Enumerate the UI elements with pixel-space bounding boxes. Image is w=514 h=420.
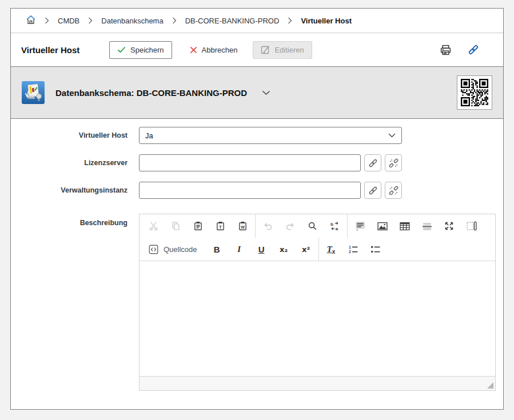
management-instance-link-button[interactable] — [364, 182, 381, 199]
svg-text:a: a — [336, 226, 338, 231]
svg-text:b: b — [330, 222, 333, 227]
horizontal-rule-button[interactable] — [416, 214, 438, 238]
breadcrumb-chevron-icon — [288, 17, 292, 24]
license-server-unlink-button[interactable] — [385, 154, 402, 171]
bulleted-list-button[interactable] — [365, 238, 387, 261]
breadcrumb-home[interactable] — [26, 15, 36, 26]
editor-resize-handle[interactable] — [487, 382, 493, 389]
italic-button[interactable]: I — [228, 238, 250, 261]
show-blocks-icon — [467, 221, 477, 231]
superscript-icon: x² — [302, 245, 310, 254]
editor-status-bar — [140, 376, 495, 390]
source-code-button[interactable]: Quellcode — [142, 238, 204, 261]
license-server-input[interactable] — [139, 154, 361, 171]
link-icon — [368, 158, 378, 168]
source-code-icon — [149, 245, 158, 254]
image-icon — [377, 222, 388, 231]
page-title: Virtueller Host — [21, 45, 89, 55]
subscript-button[interactable]: x₂ — [273, 238, 295, 261]
x-icon — [190, 46, 197, 54]
superscript-button[interactable]: x² — [295, 238, 317, 261]
underline-icon: U — [258, 245, 265, 254]
breadcrumb-item-object[interactable]: DB-CORE-BANKING-PROD — [185, 17, 280, 25]
find-button[interactable] — [301, 214, 324, 238]
svg-text:2: 2 — [349, 250, 351, 254]
breadcrumb-item-datenbankschema[interactable]: Datenbankschema — [101, 17, 163, 25]
paste-text-icon: T — [216, 221, 225, 231]
undo-find-group: b a — [255, 214, 347, 238]
remove-format-button[interactable]: Tx — [320, 238, 342, 261]
maximize-button[interactable] — [438, 214, 460, 238]
cancel-button[interactable]: Abbrechen — [186, 41, 241, 59]
breadcrumb-item-cmdb[interactable]: CMDB — [58, 17, 79, 25]
bold-button[interactable]: B — [206, 238, 228, 261]
cut-button[interactable] — [142, 214, 165, 238]
paste-text-button[interactable]: T — [209, 214, 232, 238]
license-server-link-button[interactable] — [364, 154, 381, 171]
show-blocks-button[interactable] — [460, 214, 483, 238]
virtual-host-select[interactable]: Ja — [139, 127, 402, 144]
cut-icon — [149, 221, 158, 231]
subscript-icon: x₂ — [280, 245, 288, 254]
description-editor-content[interactable] — [140, 261, 495, 376]
chevron-down-icon — [388, 133, 396, 138]
clipboard-group: T W — [141, 214, 255, 238]
paste-button[interactable] — [187, 214, 209, 238]
object-header: Datenbankschema: DB-CORE-BANKING-PROD — [11, 66, 503, 119]
breadcrumb-chevron-icon — [88, 17, 93, 24]
redo-button[interactable] — [279, 214, 301, 238]
copy-icon — [171, 221, 181, 231]
copy-button[interactable] — [165, 214, 187, 238]
virtual-host-select-value: Ja — [145, 131, 153, 140]
database-schema-app-icon — [22, 81, 45, 104]
field-label-beschreibung: Beschreibung — [80, 219, 127, 227]
underline-button[interactable]: U — [250, 238, 273, 261]
paste-from-word-button[interactable]: W — [232, 214, 254, 238]
home-icon — [26, 15, 36, 25]
check-icon — [117, 46, 126, 53]
replace-button[interactable]: b a — [324, 214, 346, 238]
editor-toolbar-row1: T W — [140, 214, 495, 238]
basic-styles-group: B I U x₂ x² — [205, 238, 318, 261]
field-label-verwaltungsinstanz: Verwaltungsinstanz — [61, 186, 127, 194]
undo-button[interactable] — [257, 214, 279, 238]
list-format-group: Tx 1 2 — [318, 238, 388, 261]
numbered-list-button[interactable]: 1 2 — [342, 238, 365, 261]
horizontal-rule-icon — [422, 222, 432, 231]
cancel-button-label: Abbrechen — [202, 46, 238, 54]
svg-text:1: 1 — [349, 245, 351, 249]
italic-icon: I — [237, 245, 241, 254]
remove-format-icon: Tx — [327, 245, 336, 254]
record-window: CMDB Datenbankschema DB-CORE-BANKING-PRO… — [10, 8, 504, 410]
edit-button[interactable]: Editieren — [253, 41, 312, 59]
collapse-section-button[interactable] — [262, 90, 270, 95]
svg-text:T: T — [219, 225, 222, 230]
replace-icon: b a — [330, 221, 340, 231]
description-rich-text-editor: T W — [139, 214, 496, 391]
source-group: Quellcode — [141, 238, 205, 261]
insert-image-button[interactable] — [371, 214, 393, 238]
insert-table-button[interactable] — [393, 214, 416, 238]
save-button[interactable]: Speichern — [109, 41, 172, 59]
print-button[interactable] — [440, 44, 452, 56]
redo-icon — [285, 221, 295, 231]
management-instance-unlink-button[interactable] — [385, 182, 402, 199]
bulleted-list-icon — [370, 245, 381, 254]
header-icon-group — [440, 44, 479, 56]
field-label-virtueller-host: Virtueller Host — [79, 131, 127, 139]
management-instance-input[interactable] — [139, 182, 361, 199]
undo-icon — [263, 221, 273, 231]
select-all-button[interactable] — [349, 214, 371, 238]
table-icon — [400, 222, 410, 231]
paste-from-word-icon: W — [238, 221, 248, 231]
qr-code — [457, 75, 492, 110]
insert-tools-group — [347, 214, 484, 238]
field-label-lizenzserver: Lizenzserver — [84, 159, 127, 167]
select-all-icon — [355, 221, 365, 231]
breadcrumb-chevron-icon — [45, 17, 49, 24]
permalink-icon — [468, 44, 479, 55]
permalink-button[interactable] — [468, 44, 479, 55]
bold-icon: B — [214, 245, 220, 254]
action-bar: Virtueller Host Speichern Abbrechen Edit… — [11, 33, 503, 66]
breadcrumb-item-current: Virtueller Host — [301, 17, 352, 25]
